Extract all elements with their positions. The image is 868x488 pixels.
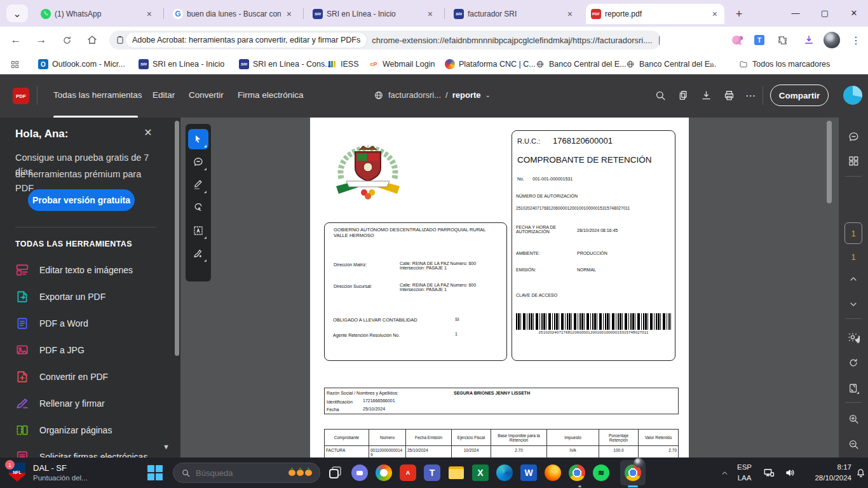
next-page-icon[interactable] <box>846 297 861 312</box>
menu-all-tools[interactable]: Todas las herramientas <box>53 74 142 116</box>
bookmark-banco-central-2[interactable]: Banco Central del E... <box>625 57 717 72</box>
widget-score-line[interactable]: DAL - SF <box>33 463 67 473</box>
all-bookmarks[interactable]: Todos los marcadores <box>738 57 830 72</box>
fit-page-icon[interactable] <box>846 381 861 396</box>
acrobat-avatar[interactable] <box>843 86 862 105</box>
window-close-button[interactable]: ✕ <box>840 0 868 25</box>
excel-icon[interactable]: X <box>471 464 489 482</box>
language-indicator[interactable]: ESPLAA <box>737 462 752 483</box>
extension-translate-icon[interactable]: T <box>751 32 768 48</box>
sidebar-scroll-down-icon[interactable]: ▼ <box>163 443 170 451</box>
teams-icon[interactable]: T <box>423 464 441 482</box>
start-button[interactable] <box>147 465 163 480</box>
tool-organize-pages[interactable]: Organizar páginas <box>15 419 168 442</box>
word-icon[interactable]: W <box>520 464 538 482</box>
tab-reporte-pdf-active[interactable]: PDF reporte.pdf × <box>586 4 724 24</box>
bookmark-sri-inicio[interactable]: SRISRI en Línea - Inicio <box>139 57 224 72</box>
firefox-icon[interactable] <box>544 464 562 482</box>
pdf-scrollbar[interactable] <box>827 121 832 203</box>
text-box-tool[interactable] <box>188 220 208 241</box>
tool-create-pdf[interactable]: Convertir en PDF <box>15 365 168 388</box>
clock[interactable]: 8:1728/10/2024 <box>808 462 851 483</box>
apps-grid-icon[interactable] <box>10 57 20 72</box>
tool-pdf-to-jpg[interactable]: PDF a JPG <box>15 339 168 362</box>
tool-pdf-to-word[interactable]: PDF a Word <box>15 312 168 335</box>
tab-google-search[interactable]: G buen dia lunes - Buscar con × <box>168 4 299 24</box>
thumbnails-panel-icon[interactable] <box>846 153 861 168</box>
task-view-icon[interactable] <box>327 464 344 482</box>
pages-icon[interactable] <box>675 87 691 104</box>
bookmarks-overflow-icon[interactable]: » <box>709 57 714 72</box>
profile-avatar[interactable] <box>824 32 840 48</box>
try-free-button[interactable]: Probar versión gratuita <box>28 189 135 211</box>
tab-facturador-sri[interactable]: SRI facturador SRI × <box>449 4 580 24</box>
signature-tool[interactable] <box>188 243 208 264</box>
tool-edit-text-images[interactable]: Editar texto e imágenes <box>15 259 168 281</box>
acrobat-logo-icon[interactable]: PDF <box>13 88 29 104</box>
tab-sri-inicio[interactable]: SRI SRI en Línea - Inicio × <box>308 4 440 24</box>
highlight-tool[interactable] <box>188 175 208 195</box>
reload-icon[interactable] <box>58 32 75 48</box>
download-browser-icon[interactable] <box>801 32 817 48</box>
menu-edit[interactable]: Editar <box>153 74 175 116</box>
zoom-out-icon[interactable] <box>846 437 861 452</box>
search-input[interactable] <box>196 468 278 478</box>
zoom-in-icon[interactable] <box>846 411 861 426</box>
tool-export-pdf[interactable]: Exportar un PDF <box>15 285 168 308</box>
file-explorer-icon[interactable] <box>447 464 465 482</box>
copilot-icon[interactable] <box>375 464 393 482</box>
tab-close-icon[interactable]: × <box>710 9 719 19</box>
chrome-icon[interactable] <box>568 464 586 482</box>
lasso-tool[interactable] <box>188 198 208 218</box>
tab-whatsapp[interactable]: (1) WhatsApp × <box>36 4 159 24</box>
tool-fill-sign[interactable]: Rellenar y firmar <box>15 392 168 415</box>
extension-chip[interactable]: Adobe Acrobat: herramientas para convert… <box>126 32 367 48</box>
pdf-page[interactable]: R.U.C.: 1768120600001 COMPROBANTE DE RET… <box>310 118 689 458</box>
tab-close-icon[interactable]: × <box>285 9 294 19</box>
home-icon[interactable] <box>84 32 100 48</box>
theme-toggle-icon[interactable] <box>846 330 861 345</box>
bookmark-webmail[interactable]: cPWebmail Login <box>369 57 435 72</box>
previous-page-icon[interactable] <box>846 271 861 287</box>
search-icon[interactable] <box>652 87 668 104</box>
download-icon[interactable] <box>698 87 714 104</box>
back-icon[interactable]: ← <box>8 32 24 48</box>
widget-subtitle[interactable]: Puntuación del... <box>33 474 88 482</box>
comments-panel-icon[interactable] <box>846 129 861 144</box>
new-tab-button[interactable]: + <box>731 6 747 22</box>
forward-icon[interactable]: → <box>33 32 50 48</box>
browser-menu-icon[interactable]: ⋮ <box>848 32 864 48</box>
rotate-page-icon[interactable] <box>846 355 861 370</box>
comment-tool[interactable] <box>188 152 208 172</box>
sidebar-scrollbar[interactable] <box>175 121 179 356</box>
tab-close-icon[interactable]: × <box>426 9 435 19</box>
menu-convert[interactable]: Convertir <box>189 74 224 116</box>
window-maximize-button[interactable]: ▢ <box>811 0 839 25</box>
network-icon[interactable] <box>760 464 778 482</box>
tab-close-icon[interactable]: × <box>145 9 154 19</box>
bookmark-sri-consultas[interactable]: SRISRI en Línea - Cons... <box>239 57 332 72</box>
acrobat-app-icon[interactable]: A <box>399 464 417 482</box>
document-breadcrumb[interactable]: facturadorsri... / reporte ⌄ <box>374 74 491 116</box>
bookmark-iess[interactable]: IESS <box>327 57 359 72</box>
volume-icon[interactable] <box>782 464 799 482</box>
print-icon[interactable] <box>721 87 737 104</box>
tab-close-icon[interactable]: × <box>566 9 574 19</box>
notifications-bell-icon[interactable] <box>851 464 868 482</box>
edge-icon[interactable] <box>496 464 513 482</box>
chevron-down-icon[interactable]: ⌄ <box>485 92 491 98</box>
close-panel-icon[interactable]: ✕ <box>141 125 155 139</box>
bookmark-banco-central-1[interactable]: Banco Central del E... <box>535 57 627 72</box>
taskbar-search[interactable] <box>173 463 320 483</box>
bookmark-cnc[interactable]: Plataforma CNC | C... <box>445 57 536 72</box>
tray-expand-icon[interactable] <box>715 464 733 482</box>
more-options-icon[interactable]: ⋯ <box>742 87 759 104</box>
spotify-icon[interactable]: ≋ <box>592 464 610 482</box>
url-text[interactable]: chrome-extension://efaidnbmnnnibpcajpcgl… <box>372 36 653 45</box>
bookmark-outlook[interactable]: OOutlook.com - Micr... <box>38 57 125 72</box>
window-minimize-button[interactable]: — <box>782 0 810 25</box>
translate-page-icon[interactable]: T <box>659 34 661 46</box>
menu-esign[interactable]: Firma electrónica <box>238 74 304 116</box>
page-thumbnail[interactable]: 1 <box>844 222 862 244</box>
share-button[interactable]: Compartir <box>770 85 829 106</box>
